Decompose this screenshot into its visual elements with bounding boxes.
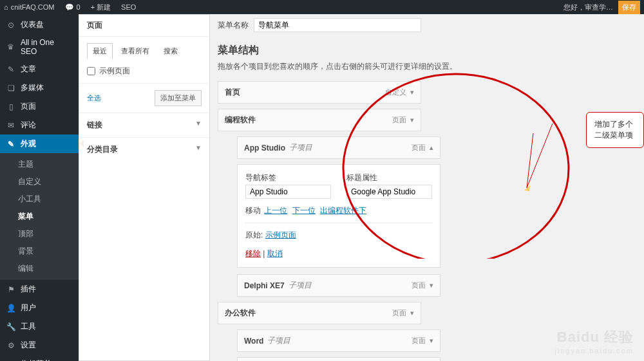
- user-icon: 👤: [6, 304, 15, 313]
- menu-item-programming[interactable]: 编程软件页面▾: [218, 109, 421, 131]
- tab-recent[interactable]: 最近: [87, 43, 113, 59]
- pages-panel-title: 页面: [79, 15, 209, 37]
- site-link[interactable]: ⌂cnitFAQ.COM: [4, 3, 55, 11]
- svg-marker-3: [524, 185, 530, 191]
- sidebar-collapse[interactable]: ◀收起菜单: [0, 355, 79, 361]
- media-icon: ❏: [6, 84, 15, 93]
- sidebar-settings[interactable]: ⚙设置: [0, 336, 79, 355]
- menu-name-input[interactable]: [254, 18, 421, 32]
- chevron-down-icon: ▼: [195, 144, 202, 155]
- chevron-up-icon: ▴: [430, 143, 433, 152]
- sidebar-aioseo[interactable]: ♛All in One SEO: [0, 34, 79, 60]
- chevron-down-icon: ▾: [410, 88, 414, 97]
- sidebar-users[interactable]: 👤用户: [0, 299, 79, 317]
- menu-item-appstudio[interactable]: App Studio子项目页面▴: [237, 136, 440, 159]
- callout-box: 增加了多个二级菜单项: [586, 112, 644, 148]
- chevron-down-icon: ▾: [410, 309, 414, 317]
- nav-label-label: 导航标签: [245, 172, 331, 183]
- tab-search[interactable]: 搜索: [158, 43, 184, 59]
- gauge-icon: ⊙: [6, 21, 15, 30]
- title-attr-label: 标题属性: [346, 172, 432, 183]
- remove-link[interactable]: 移除: [245, 249, 261, 258]
- watermark: Baidu 经验 jingyan.baidu.com: [554, 328, 634, 355]
- tab-viewall[interactable]: 查看所有: [115, 43, 155, 59]
- sidebar-plugins[interactable]: ⚑插件: [0, 280, 79, 299]
- menu-item-edit-panel: 导航标签 标题属性 移动 上一位 下一位 出编程软件下 原始: 示: [237, 164, 440, 268]
- admin-sidebar: ⊙仪表盘 ♛All in One SEO ✎文章 ❏多媒体 ▯页面 ✉评论 ✎外…: [0, 14, 79, 361]
- select-all-link[interactable]: 全选: [87, 93, 101, 103]
- plug-icon: ⚑: [6, 285, 15, 294]
- move-down-link[interactable]: 下一位: [292, 206, 316, 215]
- submenu-background[interactable]: 背景: [0, 243, 79, 260]
- title-attr-input[interactable]: [346, 185, 432, 199]
- wrench-icon: 🔧: [6, 322, 15, 331]
- menu-item-office[interactable]: 办公软件页面▾: [218, 302, 421, 324]
- menu-content: 菜单名称 菜单结构 拖放各个项目到您喜欢的顺序，点击右侧的箭头可进行更详细的设置…: [218, 14, 644, 361]
- sidebar-pages[interactable]: ▯页面: [0, 97, 79, 116]
- nav-label-input[interactable]: [245, 185, 331, 199]
- menu-item-delphi[interactable]: Delphi XE7子项目页面▾: [237, 274, 440, 297]
- sample-page-checkbox[interactable]: 示例页面: [87, 66, 202, 77]
- chevron-down-icon: ▾: [430, 337, 433, 345]
- chevron-down-icon: ▾: [410, 116, 414, 124]
- original-link[interactable]: 示例页面: [265, 230, 296, 239]
- menu-item-home[interactable]: 首页自定义▾: [218, 81, 421, 104]
- gear-icon: ⚙: [6, 341, 15, 350]
- admin-topbar: ⌂cnitFAQ.COM 💬0 + 新建 SEO 您好，审查学… 保存: [0, 0, 644, 14]
- sidebar-appearance[interactable]: ✎外观: [0, 134, 79, 153]
- categories-section[interactable]: 分类目录▼: [79, 137, 209, 162]
- svg-line-1: [527, 133, 533, 188]
- sidebar-dashboard[interactable]: ⊙仪表盘: [0, 15, 79, 34]
- page-icon: ▯: [6, 102, 15, 111]
- submenu-widgets[interactable]: 小工具: [0, 190, 79, 208]
- menu-item-word[interactable]: Word子项目页面▾: [237, 329, 440, 352]
- save-button[interactable]: 保存: [618, 1, 640, 14]
- seo-link[interactable]: SEO: [121, 3, 136, 11]
- submenu-customize[interactable]: 自定义: [0, 173, 79, 190]
- pages-panel: 页面 最近 查看所有 搜索 示例页面 全选 添加至菜单 链接▼ 分类目录▼: [79, 14, 210, 361]
- new-link[interactable]: + 新建: [91, 3, 111, 12]
- move-up-link[interactable]: 上一位: [264, 206, 287, 215]
- submenu-menus[interactable]: 菜单: [0, 208, 79, 225]
- links-section[interactable]: 链接▼: [79, 113, 209, 137]
- sidebar-media[interactable]: ❏多媒体: [0, 79, 79, 97]
- move-out-link[interactable]: 出编程软件下: [320, 206, 366, 215]
- brush-icon: ✎: [6, 140, 15, 149]
- add-to-menu-button[interactable]: 添加至菜单: [155, 90, 202, 106]
- sample-page-input[interactable]: [87, 67, 95, 75]
- structure-title: 菜单结构: [218, 44, 641, 57]
- shield-icon: ♛: [6, 42, 15, 51]
- sidebar-comments[interactable]: ✉评论: [0, 116, 79, 134]
- menu-name-label: 菜单名称: [218, 20, 249, 31]
- greeting[interactable]: 您好，审查学…: [564, 3, 613, 12]
- chevron-down-icon: ▾: [430, 281, 433, 290]
- pin-icon: ✎: [6, 65, 15, 74]
- menu-item-excel[interactable]: Excel子项目页面▾: [237, 357, 440, 361]
- sidebar-tools[interactable]: 🔧工具: [0, 317, 79, 336]
- cancel-link[interactable]: 取消: [267, 249, 283, 258]
- structure-desc: 拖放各个项目到您喜欢的顺序，点击右侧的箭头可进行更详细的设置。: [218, 61, 641, 72]
- appearance-submenu: 主题 自定义 小工具 菜单 顶部 背景 编辑: [0, 153, 79, 280]
- submenu-header[interactable]: 顶部: [0, 225, 79, 243]
- sidebar-posts[interactable]: ✎文章: [0, 60, 79, 79]
- submenu-editor[interactable]: 编辑: [0, 260, 79, 277]
- svg-line-2: [527, 124, 553, 188]
- comment-icon: ✉: [6, 121, 15, 130]
- comments-count[interactable]: 💬0: [65, 3, 80, 12]
- chevron-down-icon: ▼: [195, 120, 202, 131]
- submenu-themes[interactable]: 主题: [0, 156, 79, 173]
